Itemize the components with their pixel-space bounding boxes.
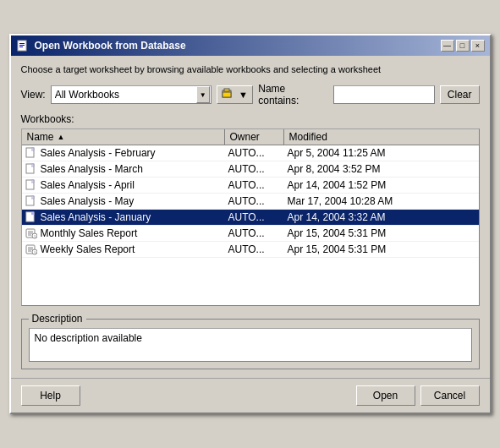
col-header-name[interactable]: Name ▲ [22,129,225,145]
row-modified-cell: Apr 5, 2004 11:25 AM [284,145,479,161]
minimize-button[interactable]: — [441,40,454,52]
workbooks-list: Name ▲ Owner Modified Sales Analysis - F… [21,128,480,306]
row-modified-cell: Apr 8, 2004 3:52 PM [284,161,479,177]
table-row[interactable]: Sales Analysis - February AUTO... Apr 5,… [22,145,479,161]
dialog-icon [16,39,30,52]
table-row[interactable]: Sales Analysis - March AUTO... Apr 8, 20… [22,161,479,178]
col-header-modified[interactable]: Modified [284,129,479,145]
name-contains-input[interactable] [333,85,435,104]
description-text: No description available [29,328,472,362]
row-owner-cell: AUTO... [225,178,284,193]
browse-arrow: ▼ [239,90,248,100]
clear-button[interactable]: Clear [440,85,480,104]
row-name-cell: Sales Analysis - April [22,178,225,193]
cancel-button[interactable]: Cancel [420,385,480,406]
svg-rect-1 [19,43,25,44]
svg-rect-6 [223,92,231,97]
workbook-icon [25,179,37,191]
view-row: View: All Workbooks My Workbooks Shared … [21,83,480,107]
title-bar-left: Open Workbook from Database [16,39,186,52]
view-select-wrapper: All Workbooks My Workbooks Shared Workbo… [51,85,212,104]
row-name-cell: Sales Analysis - January [22,210,225,225]
title-controls: — □ × [441,40,485,52]
row-modified-cell: Apr 15, 2004 5:31 PM [284,242,479,257]
table-row[interactable]: Sales Analysis - January AUTO... Apr 14,… [22,210,479,226]
dialog-body: Choose a target worksheet by browsing av… [11,56,490,378]
svg-rect-2 [19,45,25,46]
svg-text:↻: ↻ [33,234,36,238]
title-bar: Open Workbook from Database — □ × [11,36,490,56]
workbook-icon [25,147,37,159]
open-workbook-dialog: Open Workbook from Database — □ × Choose… [9,34,492,414]
workbooks-label: Workbooks: [21,113,480,125]
row-name-cell: ↻ Monthly Sales Report [22,226,225,241]
row-owner-cell: AUTO... [225,145,284,161]
btn-right: Open Cancel [356,385,480,406]
row-owner-cell: AUTO... [225,226,284,241]
name-contains-label: Name contains: [258,83,328,107]
report-icon: ↻ [25,227,37,239]
description-group: Description No description available [21,313,480,369]
col-header-owner[interactable]: Owner [225,129,284,145]
row-owner-cell: AUTO... [225,210,284,225]
report-icon: ↻ [25,243,37,255]
help-button[interactable]: Help [21,385,80,406]
sort-arrow-icon: ▲ [58,133,65,141]
row-name-cell: ↻ Weekly Sales Report [22,242,225,257]
row-name-cell: Sales Analysis - May [22,194,225,209]
row-modified-cell: Apr 15, 2004 5:31 PM [284,226,479,241]
svg-rect-3 [19,46,23,47]
browse-icon [222,88,237,101]
dialog-title: Open Workbook from Database [35,40,186,52]
workbook-icon [25,163,37,175]
browse-button[interactable]: ▼ [217,85,254,104]
table-row[interactable]: ↻ Weekly Sales Report AUTO... Apr 15, 20… [22,242,479,258]
row-owner-cell: AUTO... [225,194,284,209]
instruction-text: Choose a target worksheet by browsing av… [21,64,480,74]
maximize-button[interactable]: □ [456,40,470,52]
description-legend: Description [29,313,86,325]
button-row: Help Open Cancel [11,378,490,412]
table-row[interactable]: Sales Analysis - April AUTO... Apr 14, 2… [22,178,479,194]
row-modified-cell: Mar 17, 2004 10:28 AM [284,194,479,209]
row-name-cell: Sales Analysis - March [22,161,225,177]
workbook-icon [25,195,37,207]
row-modified-cell: Apr 14, 2004 3:32 AM [284,210,479,225]
open-button[interactable]: Open [356,385,415,406]
row-name-cell: Sales Analysis - February [22,145,225,161]
view-label: View: [21,89,46,101]
row-owner-cell: AUTO... [225,161,284,177]
row-owner-cell: AUTO... [225,242,284,257]
list-header: Name ▲ Owner Modified [22,129,479,145]
row-modified-cell: Apr 14, 2004 1:52 PM [284,178,479,193]
close-button[interactable]: × [471,40,485,52]
view-select[interactable]: All Workbooks My Workbooks Shared Workbo… [51,85,212,104]
table-row[interactable]: ↻ Monthly Sales Report AUTO... Apr 15, 2… [22,226,479,242]
svg-rect-5 [224,89,229,91]
table-row[interactable]: Sales Analysis - May AUTO... Mar 17, 200… [22,194,479,210]
workbook-icon [25,211,37,223]
svg-text:↻: ↻ [33,250,36,254]
